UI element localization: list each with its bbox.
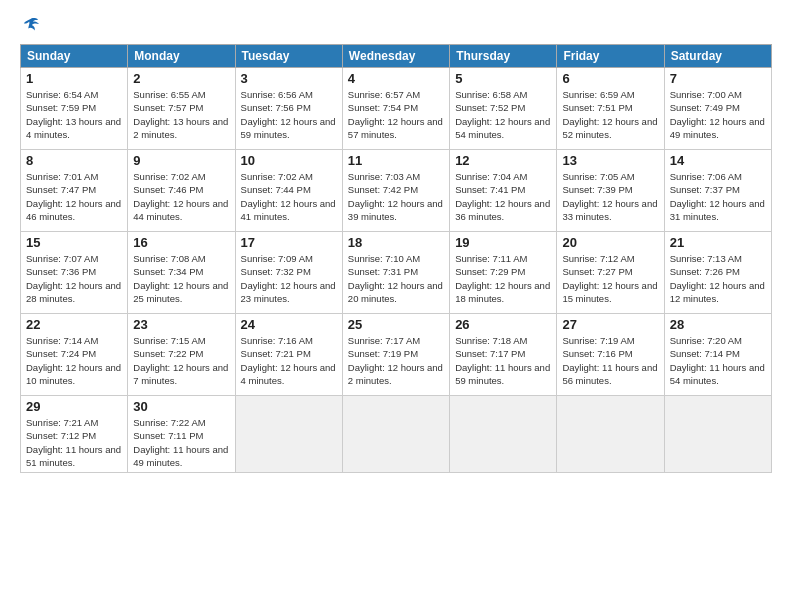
calendar-cell: 15 Sunrise: 7:07 AM Sunset: 7:36 PM Dayl…: [21, 232, 128, 314]
day-number: 9: [133, 153, 229, 168]
sunset-label: Sunset: 7:52 PM: [455, 102, 525, 113]
daylight-label: Daylight: 11 hours and 54 minutes.: [670, 362, 765, 386]
calendar-cell: 4 Sunrise: 6:57 AM Sunset: 7:54 PM Dayli…: [342, 68, 449, 150]
daylight-label: Daylight: 12 hours and 7 minutes.: [133, 362, 228, 386]
logo-bird-icon: [22, 16, 40, 34]
daylight-label: Daylight: 12 hours and 41 minutes.: [241, 198, 336, 222]
day-number: 27: [562, 317, 658, 332]
daylight-label: Daylight: 13 hours and 2 minutes.: [133, 116, 228, 140]
sunrise-label: Sunrise: 7:05 AM: [562, 171, 634, 182]
sunset-label: Sunset: 7:21 PM: [241, 348, 311, 359]
sunrise-label: Sunrise: 7:09 AM: [241, 253, 313, 264]
calendar-cell: 22 Sunrise: 7:14 AM Sunset: 7:24 PM Dayl…: [21, 314, 128, 396]
daylight-label: Daylight: 13 hours and 4 minutes.: [26, 116, 121, 140]
day-info: Sunrise: 6:56 AM Sunset: 7:56 PM Dayligh…: [241, 88, 337, 141]
sunset-label: Sunset: 7:32 PM: [241, 266, 311, 277]
col-friday: Friday: [557, 45, 664, 68]
col-saturday: Saturday: [664, 45, 771, 68]
col-thursday: Thursday: [450, 45, 557, 68]
calendar-cell: 1 Sunrise: 6:54 AM Sunset: 7:59 PM Dayli…: [21, 68, 128, 150]
daylight-label: Daylight: 12 hours and 4 minutes.: [241, 362, 336, 386]
daylight-label: Daylight: 12 hours and 10 minutes.: [26, 362, 121, 386]
daylight-label: Daylight: 11 hours and 56 minutes.: [562, 362, 657, 386]
day-info: Sunrise: 6:59 AM Sunset: 7:51 PM Dayligh…: [562, 88, 658, 141]
daylight-label: Daylight: 11 hours and 59 minutes.: [455, 362, 550, 386]
day-number: 8: [26, 153, 122, 168]
sunrise-label: Sunrise: 6:57 AM: [348, 89, 420, 100]
daylight-label: Daylight: 11 hours and 51 minutes.: [26, 444, 121, 468]
sunset-label: Sunset: 7:42 PM: [348, 184, 418, 195]
sunset-label: Sunset: 7:12 PM: [26, 430, 96, 441]
day-number: 26: [455, 317, 551, 332]
day-info: Sunrise: 7:12 AM Sunset: 7:27 PM Dayligh…: [562, 252, 658, 305]
day-number: 28: [670, 317, 766, 332]
day-info: Sunrise: 7:19 AM Sunset: 7:16 PM Dayligh…: [562, 334, 658, 387]
sunrise-label: Sunrise: 7:02 AM: [133, 171, 205, 182]
day-info: Sunrise: 7:18 AM Sunset: 7:17 PM Dayligh…: [455, 334, 551, 387]
day-number: 4: [348, 71, 444, 86]
daylight-label: Daylight: 12 hours and 25 minutes.: [133, 280, 228, 304]
sunset-label: Sunset: 7:14 PM: [670, 348, 740, 359]
daylight-label: Daylight: 12 hours and 54 minutes.: [455, 116, 550, 140]
day-info: Sunrise: 6:54 AM Sunset: 7:59 PM Dayligh…: [26, 88, 122, 141]
sunset-label: Sunset: 7:56 PM: [241, 102, 311, 113]
day-number: 30: [133, 399, 229, 414]
calendar-cell: 11 Sunrise: 7:03 AM Sunset: 7:42 PM Dayl…: [342, 150, 449, 232]
day-info: Sunrise: 7:03 AM Sunset: 7:42 PM Dayligh…: [348, 170, 444, 223]
col-sunday: Sunday: [21, 45, 128, 68]
sunrise-label: Sunrise: 7:11 AM: [455, 253, 527, 264]
sunrise-label: Sunrise: 7:10 AM: [348, 253, 420, 264]
sunset-label: Sunset: 7:37 PM: [670, 184, 740, 195]
col-monday: Monday: [128, 45, 235, 68]
sunset-label: Sunset: 7:44 PM: [241, 184, 311, 195]
calendar-table: Sunday Monday Tuesday Wednesday Thursday…: [20, 44, 772, 473]
calendar-cell: 10 Sunrise: 7:02 AM Sunset: 7:44 PM Dayl…: [235, 150, 342, 232]
calendar-cell: [557, 396, 664, 473]
sunrise-label: Sunrise: 7:19 AM: [562, 335, 634, 346]
daylight-label: Daylight: 12 hours and 2 minutes.: [348, 362, 443, 386]
day-info: Sunrise: 7:02 AM Sunset: 7:46 PM Dayligh…: [133, 170, 229, 223]
logo: [20, 16, 40, 34]
calendar-cell: 2 Sunrise: 6:55 AM Sunset: 7:57 PM Dayli…: [128, 68, 235, 150]
calendar-cell: 20 Sunrise: 7:12 AM Sunset: 7:27 PM Dayl…: [557, 232, 664, 314]
calendar-cell: 6 Sunrise: 6:59 AM Sunset: 7:51 PM Dayli…: [557, 68, 664, 150]
day-number: 29: [26, 399, 122, 414]
daylight-label: Daylight: 12 hours and 49 minutes.: [670, 116, 765, 140]
calendar-cell: 18 Sunrise: 7:10 AM Sunset: 7:31 PM Dayl…: [342, 232, 449, 314]
sunset-label: Sunset: 7:46 PM: [133, 184, 203, 195]
sunset-label: Sunset: 7:27 PM: [562, 266, 632, 277]
calendar-cell: 23 Sunrise: 7:15 AM Sunset: 7:22 PM Dayl…: [128, 314, 235, 396]
sunset-label: Sunset: 7:16 PM: [562, 348, 632, 359]
sunrise-label: Sunrise: 7:00 AM: [670, 89, 742, 100]
day-info: Sunrise: 7:07 AM Sunset: 7:36 PM Dayligh…: [26, 252, 122, 305]
day-number: 11: [348, 153, 444, 168]
day-number: 22: [26, 317, 122, 332]
page: Sunday Monday Tuesday Wednesday Thursday…: [0, 0, 792, 612]
sunset-label: Sunset: 7:59 PM: [26, 102, 96, 113]
daylight-label: Daylight: 12 hours and 57 minutes.: [348, 116, 443, 140]
calendar-cell: 21 Sunrise: 7:13 AM Sunset: 7:26 PM Dayl…: [664, 232, 771, 314]
day-number: 13: [562, 153, 658, 168]
sunrise-label: Sunrise: 7:08 AM: [133, 253, 205, 264]
sunset-label: Sunset: 7:36 PM: [26, 266, 96, 277]
sunrise-label: Sunrise: 7:03 AM: [348, 171, 420, 182]
daylight-label: Daylight: 12 hours and 28 minutes.: [26, 280, 121, 304]
calendar-cell: 14 Sunrise: 7:06 AM Sunset: 7:37 PM Dayl…: [664, 150, 771, 232]
calendar-cell: 8 Sunrise: 7:01 AM Sunset: 7:47 PM Dayli…: [21, 150, 128, 232]
day-info: Sunrise: 7:11 AM Sunset: 7:29 PM Dayligh…: [455, 252, 551, 305]
col-wednesday: Wednesday: [342, 45, 449, 68]
daylight-label: Daylight: 12 hours and 12 minutes.: [670, 280, 765, 304]
daylight-label: Daylight: 12 hours and 20 minutes.: [348, 280, 443, 304]
calendar-cell: [235, 396, 342, 473]
calendar-cell: 19 Sunrise: 7:11 AM Sunset: 7:29 PM Dayl…: [450, 232, 557, 314]
calendar-cell: 27 Sunrise: 7:19 AM Sunset: 7:16 PM Dayl…: [557, 314, 664, 396]
daylight-label: Daylight: 11 hours and 49 minutes.: [133, 444, 228, 468]
day-info: Sunrise: 7:04 AM Sunset: 7:41 PM Dayligh…: [455, 170, 551, 223]
calendar-cell: 30 Sunrise: 7:22 AM Sunset: 7:11 PM Dayl…: [128, 396, 235, 473]
sunset-label: Sunset: 7:26 PM: [670, 266, 740, 277]
daylight-label: Daylight: 12 hours and 15 minutes.: [562, 280, 657, 304]
daylight-label: Daylight: 12 hours and 31 minutes.: [670, 198, 765, 222]
day-number: 7: [670, 71, 766, 86]
day-info: Sunrise: 6:58 AM Sunset: 7:52 PM Dayligh…: [455, 88, 551, 141]
calendar-cell: 3 Sunrise: 6:56 AM Sunset: 7:56 PM Dayli…: [235, 68, 342, 150]
